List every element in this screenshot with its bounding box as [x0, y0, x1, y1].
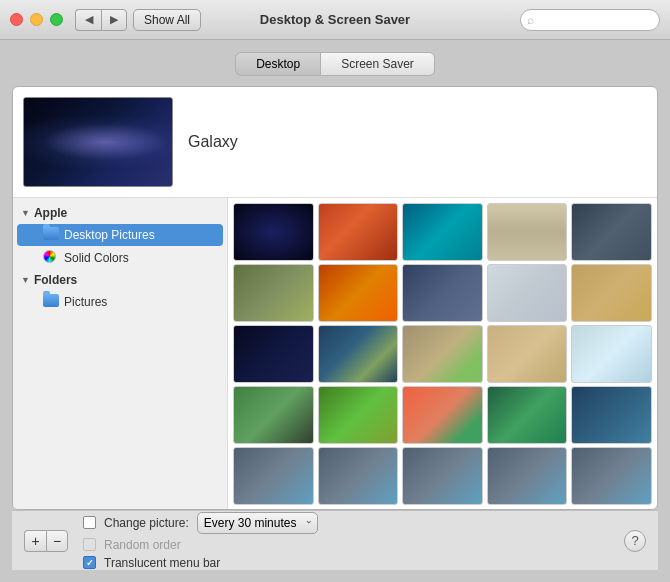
grid-cell-9[interactable] [571, 264, 652, 322]
grid-cell-17[interactable] [402, 386, 483, 444]
grid-cell-16[interactable] [318, 386, 399, 444]
sidebar-group-apple-label: Apple [34, 206, 67, 220]
change-picture-checkbox[interactable] [83, 516, 96, 529]
folder-icon [43, 227, 59, 243]
change-picture-label: Change picture: [104, 516, 189, 530]
sidebar-item-desktop-pictures[interactable]: Desktop Pictures [17, 224, 223, 246]
add-button[interactable]: + [24, 530, 46, 552]
minimize-button[interactable] [30, 13, 43, 26]
random-order-row: Random order [83, 538, 609, 552]
grid-cell-19[interactable] [571, 386, 652, 444]
pictures-folder-icon [43, 294, 59, 310]
main-content: Desktop Screen Saver Galaxy ▼ Apple De [0, 40, 670, 582]
remove-button[interactable]: − [46, 530, 68, 552]
sidebar: ▼ Apple Desktop Pictures Solid Colors ▼ … [13, 198, 228, 509]
grid-cell-13[interactable] [487, 325, 568, 383]
random-order-label: Random order [104, 538, 181, 552]
maximize-button[interactable] [50, 13, 63, 26]
tab-bar: Desktop Screen Saver [12, 52, 658, 76]
sidebar-group-apple[interactable]: ▼ Apple [13, 203, 227, 223]
grid-cell-7[interactable] [402, 264, 483, 322]
search-box: ⌕ [520, 9, 660, 31]
sidebar-group-folders-label: Folders [34, 273, 77, 287]
grid-cell-23[interactable] [487, 447, 568, 505]
grid-cell-21[interactable] [318, 447, 399, 505]
grid-cell-15[interactable] [233, 386, 314, 444]
grid-cell-18[interactable] [487, 386, 568, 444]
sidebar-item-pictures[interactable]: Pictures [17, 291, 223, 313]
triangle-icon-folders: ▼ [21, 275, 30, 285]
translucent-label: Translucent menu bar [104, 556, 220, 570]
add-remove-buttons: + − [24, 530, 68, 552]
interval-select[interactable]: Every 5 seconds Every 1 minute Every 5 m… [197, 512, 318, 534]
window-title: Desktop & Screen Saver [260, 12, 410, 27]
forward-button[interactable]: ▶ [101, 9, 127, 31]
preview-section: Galaxy [13, 87, 657, 198]
sidebar-group-folders[interactable]: ▼ Folders [13, 270, 227, 290]
sidebar-item-desktop-pictures-label: Desktop Pictures [64, 228, 155, 242]
color-circle-icon [43, 250, 59, 266]
bottom-bar: + − Change picture: Every 5 seconds Ever… [12, 510, 658, 570]
options-section: Change picture: Every 5 seconds Every 1 … [83, 512, 609, 570]
grid-cell-12[interactable] [402, 325, 483, 383]
window-controls [10, 13, 63, 26]
grid-cell-22[interactable] [402, 447, 483, 505]
search-input[interactable] [520, 9, 660, 31]
grid-cell-2[interactable] [402, 203, 483, 261]
grid-cell-1[interactable] [318, 203, 399, 261]
sidebar-item-solid-colors-label: Solid Colors [64, 251, 129, 265]
galaxy-image [24, 98, 172, 186]
change-picture-row: Change picture: Every 5 seconds Every 1 … [83, 512, 609, 534]
image-grid [228, 198, 657, 509]
grid-cell-5[interactable] [233, 264, 314, 322]
translucent-row: Translucent menu bar [83, 556, 609, 570]
grid-cell-8[interactable] [487, 264, 568, 322]
grid-cell-20[interactable] [233, 447, 314, 505]
show-all-button[interactable]: Show All [133, 9, 201, 31]
grid-cell-11[interactable] [318, 325, 399, 383]
grid-cell-3[interactable] [487, 203, 568, 261]
preview-label: Galaxy [183, 97, 238, 187]
help-button[interactable]: ? [624, 530, 646, 552]
grid-cell-14[interactable] [571, 325, 652, 383]
tab-screen-saver[interactable]: Screen Saver [320, 52, 435, 76]
sidebar-item-pictures-label: Pictures [64, 295, 107, 309]
grid-cell-0[interactable] [233, 203, 314, 261]
random-order-checkbox[interactable] [83, 538, 96, 551]
middle-section: ▼ Apple Desktop Pictures Solid Colors ▼ … [13, 198, 657, 509]
close-button[interactable] [10, 13, 23, 26]
back-button[interactable]: ◀ [75, 9, 101, 31]
interval-select-wrap: Every 5 seconds Every 1 minute Every 5 m… [197, 512, 318, 534]
titlebar: ◀ ▶ Show All Desktop & Screen Saver ⌕ [0, 0, 670, 40]
search-icon: ⌕ [527, 13, 534, 27]
grid-cell-4[interactable] [571, 203, 652, 261]
grid-cell-10[interactable] [233, 325, 314, 383]
grid-cell-6[interactable] [318, 264, 399, 322]
wallpaper-preview [23, 97, 173, 187]
grid-cell-24[interactable] [571, 447, 652, 505]
content-area: Galaxy ▼ Apple Desktop Pictures Solid Co… [12, 86, 658, 510]
sidebar-item-solid-colors[interactable]: Solid Colors [17, 247, 223, 269]
nav-buttons: ◀ ▶ [75, 9, 127, 31]
translucent-checkbox[interactable] [83, 556, 96, 569]
tab-desktop[interactable]: Desktop [235, 52, 320, 76]
triangle-icon: ▼ [21, 208, 30, 218]
